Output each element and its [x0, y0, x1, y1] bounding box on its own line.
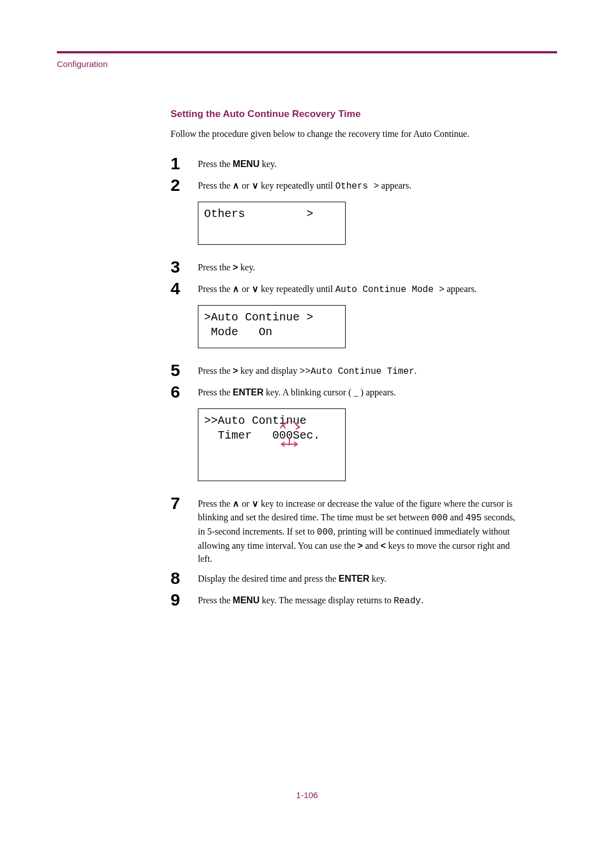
step-body: Press the > key. — [198, 257, 523, 274]
key-name: ENTER — [233, 387, 263, 397]
display-text: Auto Continue Mode > — [335, 285, 445, 295]
text: key and display — [238, 366, 300, 375]
key-name: MENU — [233, 595, 259, 605]
text: or — [239, 284, 251, 294]
step-8: 8 Display the desired time and press the… — [171, 569, 523, 587]
lcd-screen-others: Others > — [198, 202, 346, 245]
step-3: 3 Press the > key. — [171, 257, 523, 276]
step-number: 3 — [171, 257, 198, 276]
key-name: > — [233, 366, 238, 375]
up-arrow-icon: ∧ — [233, 499, 239, 508]
display-text: Others > — [335, 181, 379, 191]
text: . — [421, 595, 423, 605]
text: Press the — [198, 595, 233, 605]
display-text: Ready — [393, 596, 421, 606]
key-name: ENTER — [339, 574, 370, 583]
down-arrow-icon: ∨ — [252, 284, 259, 294]
step-number: 6 — [171, 382, 198, 400]
step-number: 2 — [171, 176, 198, 194]
mono-value: 000 — [432, 513, 448, 523]
lcd-line: Others > — [204, 207, 313, 220]
step-number: 1 — [171, 154, 198, 172]
up-arrow-icon: ∧ — [233, 284, 239, 294]
text: key. A blinking cursor ( _ ) appears. — [264, 387, 396, 397]
step-body: Press the ENTER key. A blinking cursor (… — [198, 382, 523, 399]
intro-text: Follow the procedure given below to chan… — [171, 128, 523, 140]
text: or — [239, 181, 251, 190]
text: Press the — [198, 262, 233, 272]
text: key. — [238, 262, 255, 272]
down-arrow-icon: ∨ — [252, 499, 259, 508]
text: appears. — [379, 181, 412, 190]
key-name: > — [358, 541, 363, 550]
text: and — [363, 541, 380, 550]
text: and — [448, 512, 466, 522]
top-rule — [57, 51, 557, 53]
text: Press the — [198, 284, 233, 294]
step-4: 4 Press the ∧ or ∨ key repeatedly until … — [171, 279, 523, 297]
step-body: Press the ∧ or ∨ key repeatedly until Au… — [198, 279, 523, 297]
step-body: Press the ∧ or ∨ key repeatedly until Ot… — [198, 176, 523, 193]
text: Press the — [198, 181, 233, 190]
text: Press the — [198, 499, 233, 508]
key-name: > — [233, 262, 238, 272]
step-number: 5 — [171, 361, 198, 379]
text: key repeatedly until — [259, 284, 335, 294]
mono-value: 000 — [317, 527, 333, 537]
section-label: Configuration — [57, 59, 557, 69]
step-5: 5 Press the > key and display >>Auto Con… — [171, 361, 523, 379]
step-body: Press the > key and display >>Auto Conti… — [198, 361, 523, 378]
text: Press the — [198, 159, 233, 169]
text: key repeatedly until — [259, 181, 335, 190]
lcd-line: >Auto Continue > — [204, 311, 313, 324]
step-9: 9 Press the MENU key. The message displa… — [171, 590, 523, 608]
step-number: 8 — [171, 569, 198, 587]
text: key. — [259, 159, 276, 169]
page-number: 1-106 — [57, 790, 557, 800]
lcd-line: Mode On — [204, 326, 272, 339]
text: Press the — [198, 387, 233, 397]
text: Display the desired time and press the — [198, 574, 339, 583]
text: key. The message display returns to — [259, 595, 393, 605]
step-body: Press the MENU key. — [198, 154, 523, 170]
step-7: 7 Press the ∧ or ∨ key to increase or de… — [171, 494, 523, 565]
key-name: < — [380, 541, 385, 550]
step-6: 6 Press the ENTER key. A blinking cursor… — [171, 382, 523, 400]
step-1: 1 Press the MENU key. — [171, 154, 523, 172]
up-arrow-icon: ∧ — [233, 181, 239, 190]
text: or — [239, 499, 251, 508]
step-number: 4 — [171, 279, 198, 297]
key-name: MENU — [233, 159, 259, 169]
down-arrow-icon: ∨ — [252, 181, 259, 190]
text: key. — [370, 574, 387, 583]
text: . — [414, 366, 417, 375]
step-2: 2 Press the ∧ or ∨ key repeatedly until … — [171, 176, 523, 194]
step-body: Display the desired time and press the E… — [198, 569, 523, 585]
cursor-callout-icon — [277, 422, 305, 450]
step-body: Press the ∧ or ∨ key to increase or decr… — [198, 494, 523, 565]
step-number: 9 — [171, 590, 198, 608]
display-text: >>Auto Continue Timer — [300, 366, 414, 377]
text: Press the — [198, 366, 233, 375]
step-body: Press the MENU key. The message display … — [198, 590, 523, 608]
lcd-screen-auto-continue-timer: >>Auto Continue Timer 000Sec. — [198, 408, 346, 481]
lcd-screen-auto-continue-mode: >Auto Continue > Mode On — [198, 305, 346, 348]
heading: Setting the Auto Continue Recovery Time — [171, 108, 523, 120]
step-number: 7 — [171, 494, 198, 512]
mono-value: 495 — [466, 513, 482, 523]
text: appears. — [445, 284, 477, 294]
